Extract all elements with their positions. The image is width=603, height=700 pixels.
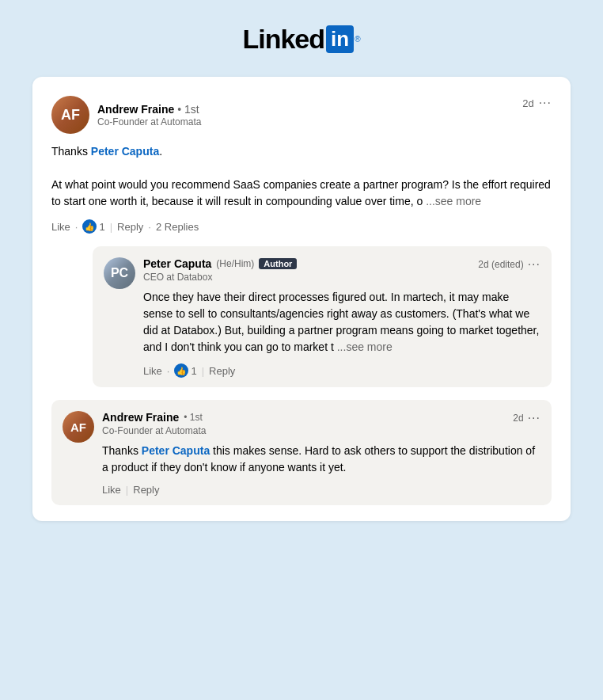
- post-timestamp: 2d: [522, 97, 533, 109]
- comment-andrew-reply-degree: • 1st: [184, 412, 203, 423]
- avatar-andrew-main: AF: [51, 96, 89, 134]
- comment-andrew-reply-actions: Like | Reply: [102, 484, 540, 496]
- comment-peter-like-count: 👍 1: [174, 363, 196, 378]
- comment-peter-like-btn[interactable]: Like: [143, 365, 162, 377]
- comment-andrew-reply: AF Andrew Fraine • 1st Co-Founder at Aut…: [51, 400, 552, 505]
- comment-andrew-reply-title: Co-Founder at Automata: [102, 425, 206, 436]
- linkedin-dot: ®: [355, 35, 360, 44]
- comment-peter-content: Once they have their direct processes fi…: [143, 289, 540, 356]
- comment-andrew-reply-btn[interactable]: Reply: [133, 484, 159, 496]
- avatar-peter-comment: PC: [104, 257, 135, 289]
- post-like-count: 👍 1: [82, 219, 104, 234]
- comment-andrew-mention[interactable]: Peter Caputa: [142, 444, 210, 457]
- avatar-image-peter: PC: [104, 257, 135, 289]
- comment-peter-reply-btn[interactable]: Reply: [209, 365, 235, 377]
- comment-peter-see-more[interactable]: ...see more: [337, 340, 393, 353]
- comment-peter: PC Peter Caputa (He/Him) Author CEO at D…: [93, 246, 552, 387]
- comment-peter-actions: Like · 👍 1 | Reply: [143, 363, 540, 378]
- post-like-button[interactable]: Like: [51, 221, 70, 233]
- post-card: AF Andrew Fraine • 1st Co-Founder at Aut…: [32, 77, 571, 521]
- linkedin-logo-text: Linked: [242, 24, 324, 55]
- replies-section: PC Peter Caputa (He/Him) Author CEO at D…: [51, 246, 552, 505]
- post-see-more[interactable]: ...see more: [426, 195, 481, 207]
- post-content: Thanks Peter Caputa. At what point would…: [51, 143, 552, 210]
- avatar-andrew-reply: AF: [63, 411, 94, 443]
- comment-andrew-reply-meta: 2d ···: [513, 411, 540, 425]
- comment-andrew-reply-header: Andrew Fraine • 1st Co-Founder at Automa…: [102, 411, 540, 436]
- comment-peter-title: CEO at Databox: [143, 272, 297, 283]
- comment-andrew-reply-body: Andrew Fraine • 1st Co-Founder at Automa…: [102, 411, 540, 496]
- avatar-image-andrew-reply: AF: [63, 411, 94, 443]
- original-post: AF Andrew Fraine • 1st Co-Founder at Aut…: [51, 96, 552, 234]
- post-author-title: Co-Founder at Automata: [97, 116, 201, 127]
- post-mention-peter[interactable]: Peter Caputa: [91, 145, 159, 158]
- comment-andrew-reply-name: Andrew Fraine: [102, 411, 179, 424]
- post-header: AF Andrew Fraine • 1st Co-Founder at Aut…: [51, 96, 552, 134]
- comment-peter-more[interactable]: ···: [528, 257, 540, 272]
- comment-peter-pronoun: (He/Him): [216, 258, 254, 269]
- avatar-image-andrew: AF: [51, 96, 89, 134]
- post-author-name: Andrew Fraine • 1st: [97, 103, 201, 116]
- comment-peter-thumb: 👍: [174, 363, 188, 378]
- comment-andrew-like-btn[interactable]: Like: [102, 484, 121, 496]
- author-badge: Author: [259, 258, 297, 269]
- comment-peter-author-col: Peter Caputa (He/Him) Author CEO at Data…: [143, 257, 297, 283]
- comment-andrew-reply-author-col: Andrew Fraine • 1st Co-Founder at Automa…: [102, 411, 206, 436]
- comment-peter-meta: 2d (edited) ···: [478, 257, 540, 272]
- linkedin-icon-box: in: [326, 25, 354, 53]
- post-replies-count: 2 Replies: [156, 221, 199, 233]
- post-thumb-icon: 👍: [82, 219, 97, 234]
- post-author-info: Andrew Fraine • 1st Co-Founder at Automa…: [97, 103, 201, 127]
- comment-andrew-reply-more[interactable]: ···: [528, 411, 540, 425]
- comment-andrew-reply-author-row: Andrew Fraine • 1st: [102, 411, 206, 424]
- post-more-menu[interactable]: ···: [539, 96, 552, 110]
- comment-peter-header: Peter Caputa (He/Him) Author CEO at Data…: [143, 257, 540, 283]
- comment-author-row: Peter Caputa (He/Him) Author: [143, 257, 297, 270]
- post-meta: 2d ···: [522, 96, 552, 110]
- comment-andrew-reply-content: Thanks Peter Caputa this makes sense. Ha…: [102, 443, 540, 476]
- comment-peter-body: Peter Caputa (He/Him) Author CEO at Data…: [143, 257, 540, 378]
- post-actions: Like · 👍 1 | Reply · 2 Replies: [51, 219, 552, 234]
- post-reply-button[interactable]: Reply: [117, 221, 143, 233]
- post-header-left: AF Andrew Fraine • 1st Co-Founder at Aut…: [51, 96, 201, 134]
- linkedin-logo: Linked in ®: [242, 24, 360, 55]
- comment-peter-name: Peter Caputa: [143, 257, 211, 270]
